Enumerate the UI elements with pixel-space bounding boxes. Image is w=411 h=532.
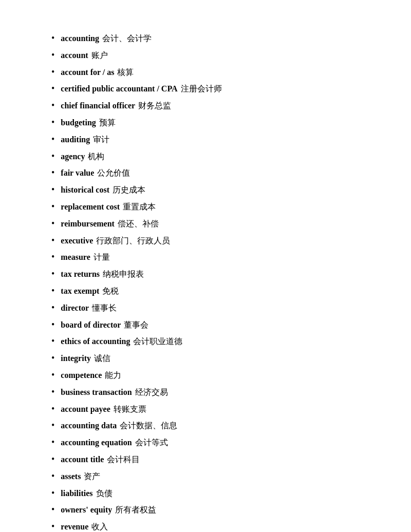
list-item: agency机构 (51, 149, 370, 164)
list-item: board of director董事会 (51, 317, 370, 332)
translation-text: 历史成本 (113, 183, 145, 197)
translation-text: 会计等式 (135, 436, 168, 449)
list-item: historical cost历史成本 (51, 182, 370, 197)
list-item: business transaction经济交易 (51, 385, 370, 400)
list-item: director懂事长 (51, 300, 370, 315)
term-text: accounting data (61, 419, 117, 432)
list-item: measure计量 (51, 250, 370, 264)
translation-text: 能力 (105, 369, 121, 382)
list-item: chief financial officer财务总监 (51, 98, 370, 113)
translation-text: 会计职业道德 (133, 335, 182, 348)
translation-text: 懂事长 (92, 301, 117, 315)
term-text: account title (61, 453, 104, 466)
translation-text: 注册会计师 (181, 82, 222, 96)
translation-text: 经济交易 (135, 386, 168, 399)
list-item: tax returns纳税申报表 (51, 267, 370, 281)
list-item: executive行政部门、行政人员 (51, 233, 370, 248)
term-text: agency (61, 150, 85, 163)
translation-text: 负债 (96, 487, 113, 500)
term-text: account for / as (61, 66, 114, 79)
term-text: integrity (61, 352, 91, 365)
list-item: certified public accountant / CPA注册会计师 (51, 81, 370, 96)
translation-text: 所有者权益 (115, 503, 156, 517)
list-item: accounting会计、会计学 (51, 31, 370, 46)
list-item: budgeting预算 (51, 115, 370, 130)
list-item: fair value公允价值 (51, 165, 370, 180)
list-item: account账户 (51, 48, 370, 63)
term-text: business transaction (61, 386, 132, 399)
list-item: ethics of accounting会计职业道德 (51, 334, 370, 349)
list-item: account for / as核算 (51, 65, 370, 80)
translation-text: 财务总监 (138, 99, 171, 112)
translation-text: 重置成本 (123, 200, 156, 214)
translation-text: 偿还、补偿 (118, 217, 159, 231)
term-text: board of director (61, 318, 121, 332)
term-text: accounting (61, 32, 99, 45)
term-text: executive (61, 234, 93, 248)
term-text: fair value (61, 166, 94, 180)
translation-text: 纳税申报表 (103, 268, 144, 281)
translation-text: 收入 (91, 520, 108, 532)
translation-text: 董事会 (124, 318, 148, 332)
translation-text: 会计科目 (107, 453, 140, 466)
term-text: account payee (61, 403, 110, 416)
term-text: account (61, 49, 88, 62)
list-item: tax exempt免税 (51, 283, 370, 298)
translation-text: 核算 (117, 66, 134, 79)
term-text: assets (61, 470, 81, 483)
list-item: account title会计科目 (51, 452, 370, 467)
translation-text: 会计数据、信息 (120, 419, 177, 432)
term-text: chief financial officer (61, 99, 135, 112)
translation-text: 转账支票 (114, 403, 146, 416)
translation-text: 计量 (94, 251, 110, 264)
term-text: director (61, 301, 89, 315)
translation-text: 诚信 (94, 352, 110, 365)
term-text: revenue (61, 520, 88, 532)
translation-text: 账户 (91, 49, 108, 62)
list-item: revenue收入 (51, 519, 370, 532)
translation-text: 公允价值 (97, 166, 130, 180)
term-text: auditing (61, 133, 90, 146)
term-text: ethics of accounting (61, 335, 130, 348)
translation-text: 机构 (88, 150, 104, 163)
translation-text: 资产 (84, 470, 100, 483)
list-item: accounting data会计数据、信息 (51, 418, 370, 433)
list-item: account payee转账支票 (51, 402, 370, 416)
list-item: reimbursement偿还、补偿 (51, 216, 370, 231)
translation-text: 审计 (93, 133, 109, 146)
list-item: replacement cost重置成本 (51, 199, 370, 214)
list-item: competence能力 (51, 368, 370, 383)
list-item: liabilities负债 (51, 486, 370, 501)
vocabulary-list: accounting会计、会计学account账户account for / a… (51, 31, 370, 532)
list-item: assets资产 (51, 469, 370, 484)
list-item: owners' equity所有者权益 (51, 502, 370, 517)
term-text: owners' equity (61, 503, 112, 517)
term-text: competence (61, 369, 102, 382)
term-text: budgeting (61, 116, 96, 129)
list-item: auditing审计 (51, 132, 370, 147)
term-text: measure (61, 251, 90, 264)
term-text: replacement cost (61, 200, 120, 214)
translation-text: 预算 (99, 116, 116, 129)
term-text: historical cost (61, 183, 109, 197)
term-text: reimbursement (61, 217, 115, 231)
translation-text: 行政部门、行政人员 (96, 234, 170, 248)
list-item: accounting equation会计等式 (51, 435, 370, 450)
list-item: integrity诚信 (51, 351, 370, 366)
term-text: tax returns (61, 268, 100, 281)
term-text: accounting equation (61, 436, 132, 449)
term-text: liabilities (61, 487, 92, 500)
term-text: certified public accountant / CPA (61, 82, 177, 96)
translation-text: 免税 (102, 284, 119, 298)
translation-text: 会计、会计学 (102, 32, 152, 45)
term-text: tax exempt (61, 284, 99, 298)
